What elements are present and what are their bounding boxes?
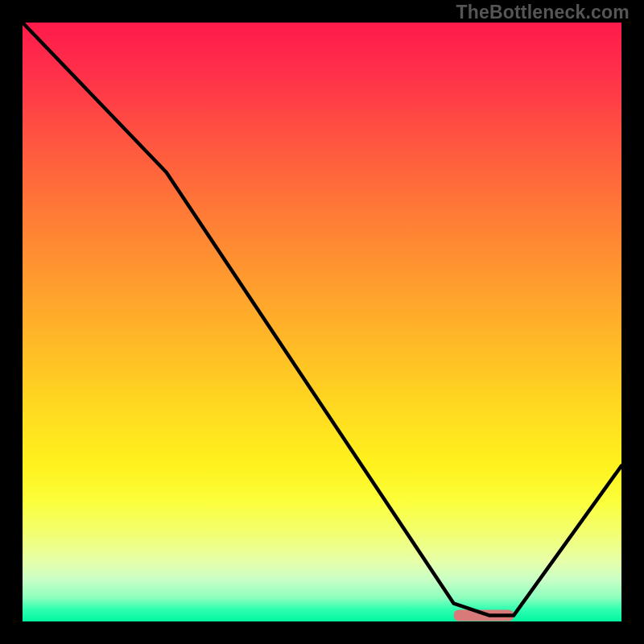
bottleneck-curve-path	[23, 23, 621, 616]
plot-area	[23, 23, 621, 621]
watermark-text: TheBottleneck.com	[456, 2, 630, 23]
curve-layer	[23, 23, 621, 621]
chart-frame: TheBottleneck.com	[0, 0, 644, 644]
